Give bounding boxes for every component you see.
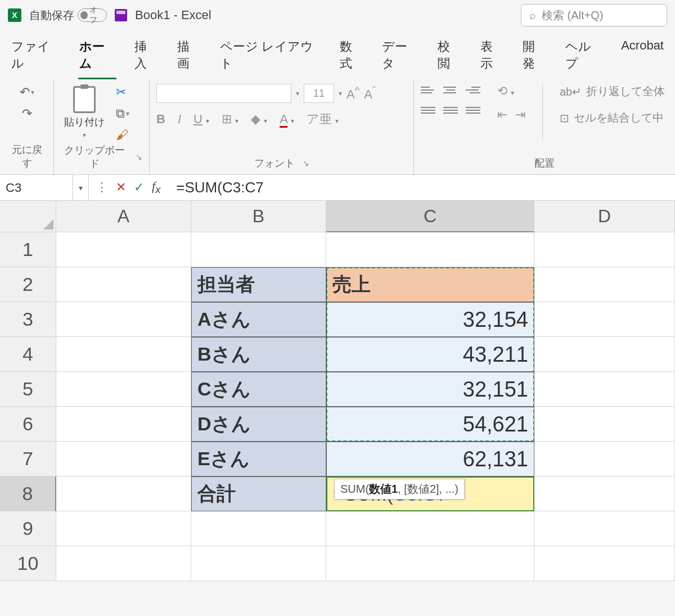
- tab-home[interactable]: ホーム: [78, 36, 116, 79]
- cell-a3[interactable]: [56, 302, 191, 337]
- cell-a8[interactable]: [56, 476, 191, 511]
- copy-button[interactable]: ⧉▾: [114, 105, 132, 122]
- col-head-c[interactable]: C: [326, 201, 534, 232]
- row-head-5[interactable]: 5: [0, 372, 56, 407]
- undo-button[interactable]: ↶▾: [17, 84, 37, 101]
- cell-a10[interactable]: [56, 546, 191, 581]
- tab-developer[interactable]: 開発: [521, 36, 547, 79]
- cell-c7[interactable]: 62,131: [326, 442, 534, 476]
- format-painter-button[interactable]: 🖌: [114, 127, 132, 143]
- fill-color-button[interactable]: ◆ ▾: [251, 112, 267, 127]
- cell-a2[interactable]: [56, 267, 191, 302]
- bold-button[interactable]: B: [156, 112, 165, 127]
- tab-file[interactable]: ファイル: [10, 36, 61, 79]
- cell-c10[interactable]: [326, 546, 534, 581]
- tab-draw[interactable]: 描画: [176, 36, 202, 79]
- phonetic-button[interactable]: ア亜 ▾: [307, 111, 339, 128]
- tab-formulas[interactable]: 数式: [339, 36, 364, 79]
- cell-d9[interactable]: [534, 511, 675, 546]
- cell-b10[interactable]: [191, 546, 326, 581]
- tab-review[interactable]: 校閲: [436, 36, 462, 79]
- orientation-button[interactable]: ⟲ ▾: [497, 84, 525, 98]
- alignment-buttons[interactable]: [421, 84, 480, 119]
- enter-formula-button[interactable]: ✓: [134, 180, 144, 195]
- name-box-dropdown-icon[interactable]: ▾: [73, 175, 89, 200]
- save-icon[interactable]: [115, 9, 127, 21]
- cell-b4[interactable]: Bさん: [191, 337, 326, 372]
- italic-button[interactable]: I: [178, 112, 181, 127]
- font-launcher-icon[interactable]: ↘: [303, 159, 309, 168]
- wrap-text-button[interactable]: ab↵折り返して全体: [560, 84, 665, 99]
- increase-font-icon[interactable]: A^: [346, 84, 359, 102]
- cell-a7[interactable]: [56, 442, 191, 476]
- redo-button[interactable]: ↷: [20, 105, 34, 122]
- name-box[interactable]: C3: [0, 175, 73, 200]
- decrease-indent-button[interactable]: ⇤: [497, 107, 507, 122]
- tab-help[interactable]: ヘルプ: [564, 36, 603, 79]
- cell-c5[interactable]: 32,151: [326, 372, 534, 407]
- auto-save-toggle[interactable]: 自動保存 オフ: [29, 8, 107, 23]
- row-head-2[interactable]: 2: [0, 267, 56, 302]
- search-input[interactable]: ⌕ 検索 (Alt+Q): [521, 4, 667, 26]
- toggle-icon[interactable]: オフ: [78, 8, 107, 22]
- cell-a1[interactable]: [56, 232, 191, 267]
- cell-a5[interactable]: [56, 372, 191, 407]
- cell-b9[interactable]: [191, 511, 326, 546]
- col-head-d[interactable]: D: [534, 201, 675, 232]
- paste-button[interactable]: 貼り付け ▾: [61, 84, 108, 141]
- border-button[interactable]: ⊞ ▾: [222, 112, 238, 127]
- cut-button[interactable]: ✂: [114, 84, 132, 101]
- row-head-8[interactable]: 8: [0, 476, 56, 511]
- row-head-4[interactable]: 4: [0, 337, 56, 372]
- cell-d6[interactable]: [534, 407, 675, 442]
- tab-data[interactable]: データ: [381, 36, 419, 79]
- cell-b3[interactable]: Aさん: [191, 302, 326, 337]
- merge-cells-button[interactable]: ⊡セルを結合して中: [560, 110, 665, 125]
- row-head-1[interactable]: 1: [0, 232, 56, 267]
- font-name-select[interactable]: [156, 84, 291, 103]
- row-head-10[interactable]: 10: [0, 546, 56, 581]
- cell-b1[interactable]: [191, 232, 326, 267]
- cell-b6[interactable]: Dさん: [191, 407, 326, 442]
- row-head-3[interactable]: 3: [0, 302, 56, 337]
- worksheet[interactable]: A B C D 1 2 担当者 売上 3 Aさん 32,154 4 Bさん 43…: [0, 201, 675, 581]
- cell-d10[interactable]: [534, 546, 675, 581]
- cell-d4[interactable]: [534, 337, 675, 372]
- row-head-6[interactable]: 6: [0, 407, 56, 442]
- increase-indent-button[interactable]: ⇥: [515, 107, 525, 122]
- cell-d5[interactable]: [534, 372, 675, 407]
- tab-insert[interactable]: 挿入: [133, 36, 159, 79]
- cell-a4[interactable]: [56, 337, 191, 372]
- row-head-9[interactable]: 9: [0, 511, 56, 546]
- cell-c1[interactable]: [326, 232, 534, 267]
- cell-a9[interactable]: [56, 511, 191, 546]
- cell-d8[interactable]: [534, 476, 675, 511]
- cell-b5[interactable]: Cさん: [191, 372, 326, 407]
- select-all-corner[interactable]: [0, 201, 56, 232]
- cell-c6[interactable]: 54,621: [326, 407, 534, 442]
- cell-d1[interactable]: [534, 232, 675, 267]
- tab-page-layout[interactable]: ページ レイアウト: [219, 36, 322, 79]
- font-size-select[interactable]: 11: [304, 84, 334, 103]
- cell-d2[interactable]: [534, 267, 675, 302]
- cell-d3[interactable]: [534, 302, 675, 337]
- cell-b2[interactable]: 担当者: [191, 267, 326, 302]
- col-head-a[interactable]: A: [56, 201, 191, 232]
- cancel-formula-button[interactable]: ✕: [116, 180, 126, 195]
- cell-c9[interactable]: [326, 511, 534, 546]
- row-head-7[interactable]: 7: [0, 442, 56, 476]
- insert-function-button[interactable]: fx: [152, 179, 160, 196]
- col-head-b[interactable]: B: [191, 201, 326, 232]
- underline-button[interactable]: U ▾: [194, 112, 209, 127]
- cell-c3[interactable]: 32,154: [326, 302, 534, 337]
- tab-acrobat[interactable]: Acrobat: [620, 36, 665, 79]
- cell-b7[interactable]: Eさん: [191, 442, 326, 476]
- tab-view[interactable]: 表示: [479, 36, 505, 79]
- font-color-button[interactable]: A ▾: [280, 112, 294, 127]
- cell-c4[interactable]: 43,211: [326, 337, 534, 372]
- cell-d7[interactable]: [534, 442, 675, 476]
- cell-b8[interactable]: 合計: [191, 476, 326, 511]
- clipboard-launcher-icon[interactable]: ↘: [136, 152, 142, 161]
- cell-a6[interactable]: [56, 407, 191, 442]
- decrease-font-icon[interactable]: Aˇ: [364, 84, 376, 102]
